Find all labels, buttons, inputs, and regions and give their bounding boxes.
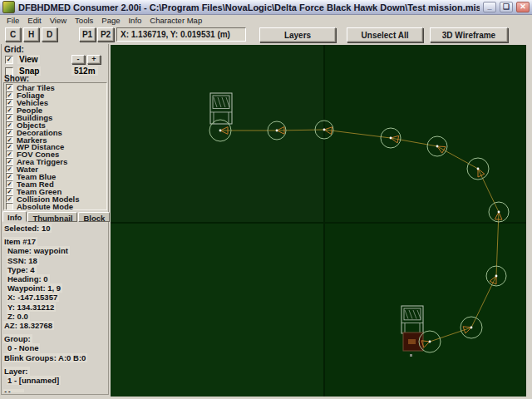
- show-list: ✓Char Tiles✓Foliage✓Vehicles✓People✓Buil…: [3, 82, 107, 210]
- info-line-text: Map:: [3, 389, 24, 392]
- checkbox[interactable]: ✓: [6, 188, 13, 195]
- restore-button[interactable]: ❏: [500, 2, 513, 12]
- waypoint-center-dot: [219, 130, 222, 132]
- info-line: Type: 4: [3, 264, 108, 273]
- map-quadrant: [111, 45, 324, 223]
- layers-button[interactable]: Layers: [259, 27, 336, 42]
- title-bar: DFBHDMED Consumer 2.00i - C:\Program Fil…: [0, 0, 532, 15]
- info-line-text: Selected: 10: [3, 224, 52, 233]
- c-button[interactable]: C: [5, 27, 21, 42]
- app-icon: [2, 1, 15, 13]
- d-button[interactable]: D: [42, 27, 57, 42]
- small-marker: [410, 354, 412, 357]
- menu-tools[interactable]: Tools: [71, 16, 97, 25]
- checkbox[interactable]: ✓: [6, 136, 13, 144]
- wireframe-3d-button[interactable]: 3D Wireframe: [430, 27, 508, 42]
- p2-button[interactable]: P2: [97, 27, 114, 42]
- map-quadrant: [324, 223, 526, 397]
- waypoint-center-dot: [477, 168, 480, 170]
- tab-block[interactable]: Block: [78, 212, 110, 222]
- info-line-text: X: -147.15357: [7, 293, 59, 302]
- checkbox[interactable]: ✓: [6, 106, 13, 114]
- checkbox[interactable]: ✓: [6, 91, 13, 99]
- info-line: Y: 134.31212: [3, 302, 108, 311]
- window-title: DFBHDMED Consumer 2.00i - C:\Program Fil…: [18, 2, 480, 12]
- checkbox[interactable]: ✓: [6, 158, 13, 165]
- info-line: AZ: 18.32768: [3, 320, 108, 329]
- grid-section-label: Grid:: [4, 45, 24, 54]
- checkbox[interactable]: ✓: [6, 129, 13, 136]
- checkbox[interactable]: ✓: [6, 180, 13, 188]
- toolbar: C H D P1 P2 X: 1.136719, Y: 0.019531 (m)…: [0, 25, 532, 44]
- info-line: Heading: 0: [3, 273, 108, 283]
- info-line: X: -147.15357: [3, 292, 108, 301]
- menu-edit[interactable]: Edit: [23, 16, 45, 25]
- info-line-text: 1 - [unnamed]: [7, 376, 61, 385]
- waypoint-center-dot: [429, 341, 431, 343]
- view-label: View: [17, 55, 40, 64]
- checkbox[interactable]: ✓: [6, 121, 13, 129]
- close-button[interactable]: ✕: [516, 2, 530, 12]
- info-panel: Selected: 10Item #17Name: waypointSSN: 1…: [3, 223, 108, 392]
- info-line-text: Y: 134.31212: [7, 303, 56, 312]
- map-canvas[interactable]: [111, 45, 526, 397]
- grid-smaller-button[interactable]: -: [71, 55, 85, 64]
- info-line: Name: waypoint: [3, 245, 108, 254]
- menu-info[interactable]: Info: [124, 16, 145, 25]
- info-line: Waypoint: 1, 9: [3, 283, 108, 292]
- waypoint-center-dot: [436, 145, 439, 148]
- info-line: SSN: 18: [3, 255, 108, 264]
- cursor-coordinates: X: 1.136719, Y: 0.019531 (m): [116, 27, 246, 42]
- waypoint-center-dot: [390, 137, 392, 140]
- tab-info[interactable]: Info: [2, 211, 27, 222]
- waypoint-center-dot: [323, 129, 326, 131]
- checkbox[interactable]: ✓: [6, 114, 13, 121]
- info-line: Item #17: [3, 236, 108, 245]
- show-item-absolute-mode: Absolute Mode: [6, 203, 106, 210]
- checkbox[interactable]: [6, 203, 13, 210]
- info-line: Group:: [3, 333, 108, 342]
- map-viewport[interactable]: [111, 45, 526, 397]
- p1-button[interactable]: P1: [79, 27, 96, 42]
- show-item-label: Absolute Mode: [17, 202, 73, 210]
- view-checkbox[interactable]: ✓: [5, 56, 13, 64]
- panel-tabs: Info Thumbnail Block: [2, 211, 111, 223]
- unselect-all-button[interactable]: Unselect All: [347, 27, 423, 42]
- checkbox[interactable]: ✓: [6, 143, 13, 150]
- info-line: Map:: [3, 388, 108, 392]
- info-line: Blink Groups: A:0 B:0: [3, 352, 108, 362]
- info-line-text: Name: waypoint: [7, 246, 70, 255]
- info-line: 1 - [unnamed]: [3, 375, 108, 384]
- menu-character-map[interactable]: Character Map: [145, 16, 206, 25]
- h-button[interactable]: H: [23, 27, 39, 42]
- checkbox[interactable]: ✓: [6, 195, 13, 203]
- checkbox[interactable]: ✓: [6, 173, 13, 180]
- waypoint-center-dot: [470, 327, 473, 329]
- menu-view[interactable]: View: [46, 16, 71, 25]
- info-line: Selected: 10: [3, 223, 108, 232]
- info-line: Z: 0.0: [3, 311, 108, 320]
- waypoint-center-dot: [498, 211, 500, 214]
- checkbox[interactable]: ✓: [6, 84, 13, 91]
- checkbox[interactable]: ✓: [6, 150, 13, 158]
- info-line-text: SSN: 18: [7, 256, 39, 265]
- menu-page[interactable]: Page: [97, 16, 124, 25]
- menu-bar: FileEditViewToolsPageInfoCharacter Map: [0, 16, 532, 25]
- menu-file[interactable]: File: [2, 16, 23, 25]
- waypoint-center-dot: [276, 130, 278, 132]
- grid-larger-button[interactable]: +: [87, 55, 101, 64]
- map-quadrant: [111, 223, 324, 397]
- waypoint-center-dot: [495, 275, 498, 278]
- left-panel: Grid: ✓ View - + Snap 512m Show: ✓Char T…: [1, 44, 109, 395]
- checkbox[interactable]: ✓: [6, 165, 13, 173]
- vehicle-cargo-detail: [408, 339, 416, 344]
- info-line-text: AZ: 18.32768: [3, 321, 54, 330]
- info-line: 0 - None: [3, 342, 108, 352]
- minimize-button[interactable]: _: [483, 2, 496, 12]
- info-line-text: 0 - None: [7, 343, 40, 352]
- info-line-text: Blink Groups: A:0 B:0: [3, 353, 87, 362]
- tab-thumbnail[interactable]: Thumbnail: [27, 212, 77, 222]
- grid-view-row: ✓ View: [5, 55, 40, 64]
- info-line: Layer:: [3, 366, 108, 375]
- checkbox[interactable]: ✓: [6, 99, 13, 106]
